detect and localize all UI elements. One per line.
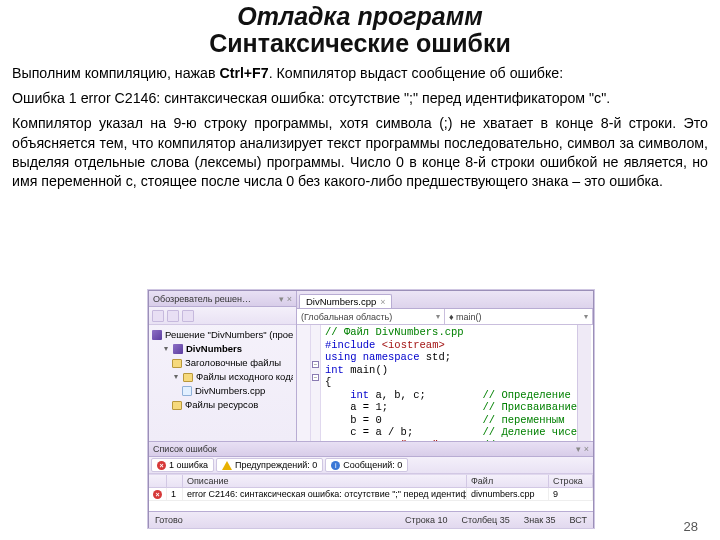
- toolbar-icon[interactable]: [152, 310, 164, 322]
- error-row-file: divnumbers.cpp: [467, 488, 549, 501]
- paragraph-3: Компилятор указал на 9-ю строку программ…: [12, 114, 708, 191]
- cpp-file-icon: [182, 386, 192, 396]
- info-icon: i: [331, 461, 340, 470]
- expand-icon[interactable]: ▾: [162, 342, 170, 356]
- folder-icon: [183, 373, 193, 382]
- code: // Файл DivNumbers.cpp: [325, 326, 464, 338]
- slide-title: Отладка программ Синтаксические ошибки: [0, 0, 720, 58]
- error-row-desc: error C2146: синтаксическая ошибка: отсу…: [183, 488, 467, 501]
- code: main(): [344, 364, 388, 376]
- code: // Вывод частно: [483, 439, 578, 442]
- code: #include: [325, 339, 375, 351]
- scope-combo-right[interactable]: ♦ main() ▾: [445, 309, 593, 324]
- body-text: Выполним компиляцию, нажав Ctrl+F7. Комп…: [0, 58, 720, 191]
- messages-filter-chip[interactable]: i Сообщений: 0: [325, 458, 408, 472]
- title-line2: Синтаксические ошибки: [0, 29, 720, 58]
- scope-right-label: main(): [456, 312, 482, 322]
- tree-label: Заголовочные файлы: [185, 356, 281, 370]
- scrollbar-vertical[interactable]: [577, 325, 591, 441]
- code: // Определение: [483, 389, 571, 401]
- collapse-box-icon[interactable]: −: [312, 361, 319, 368]
- code: int: [325, 364, 344, 376]
- error-list-toolbar: × 1 ошибка Предупреждений: 0 i Сообщений…: [149, 457, 593, 474]
- tree-label: DivNumbers.cpp: [195, 384, 265, 398]
- error-table-header: Описание Файл Строка: [149, 475, 593, 488]
- tree-label: Файлы исходного кода: [196, 370, 293, 384]
- code: a, b, c;: [369, 389, 426, 401]
- tree-solution-row[interactable]: Решение "DivNumbers" (проекто: [152, 328, 293, 342]
- scope-combo-left[interactable]: (Глобальная область) ▾: [297, 309, 445, 324]
- error-row-line: 9: [549, 488, 593, 501]
- col-file[interactable]: Файл: [467, 475, 549, 488]
- tab-label: DivNumbers.cpp: [306, 296, 376, 307]
- col-num[interactable]: [167, 475, 183, 488]
- chip-label: Сообщений: 0: [343, 460, 402, 470]
- error-row-num: 1: [167, 488, 183, 501]
- collapse-box-icon[interactable]: −: [312, 374, 319, 381]
- folder-icon: [172, 359, 182, 368]
- error-list-header: Список ошибок ▾ ×: [149, 442, 593, 457]
- warnings-filter-chip[interactable]: Предупреждений: 0: [216, 458, 323, 472]
- tab-strip: DivNumbers.cpp ×: [297, 291, 593, 309]
- chip-label: 1 ошибка: [169, 460, 208, 470]
- tree-resources-folder[interactable]: Файлы ресурсов: [152, 398, 293, 412]
- ide-window: Обозреватель решен… ▾ × Решение "DivNumb…: [148, 290, 594, 528]
- code: using namespace: [325, 351, 420, 363]
- error-row[interactable]: × 1 error C2146: синтаксическая ошибка: …: [149, 488, 593, 501]
- pin-icon[interactable]: ▾ ×: [279, 294, 292, 304]
- solution-explorer-title: Обозреватель решен…: [153, 294, 251, 304]
- chip-label: Предупреждений: 0: [235, 460, 317, 470]
- close-icon[interactable]: ×: [380, 297, 385, 307]
- status-bar: Готово Строка 10 Столбец 35 Знак 35 ВСТ: [149, 511, 593, 528]
- code: {: [325, 376, 331, 388]
- col-line[interactable]: Строка: [549, 475, 593, 488]
- scope-combos: (Глобальная область) ▾ ♦ main() ▾: [297, 309, 593, 325]
- status-insert: ВСТ: [570, 515, 587, 525]
- pin-icon[interactable]: ▾ ×: [576, 444, 589, 454]
- error-icon: ×: [153, 490, 162, 499]
- code: b = 0: [325, 414, 382, 426]
- solution-icon: [152, 330, 162, 340]
- code: c = a / b;: [325, 426, 413, 438]
- tree-sources-folder[interactable]: ▾ Файлы исходного кода: [152, 370, 293, 384]
- solution-tree: Решение "DivNumbers" (проекто ▾ DivNumbe…: [149, 325, 296, 412]
- p1-b: . Компилятор выдаст сообщение об ошибке:: [269, 65, 564, 81]
- chevron-down-icon: ▾: [436, 312, 440, 321]
- tree-file-row[interactable]: DivNumbers.cpp: [152, 384, 293, 398]
- tree-project-row[interactable]: ▾ DivNumbers: [152, 342, 293, 356]
- solution-explorer-panel: Обозреватель решен… ▾ × Решение "DivNumb…: [149, 291, 297, 441]
- status-col: Столбец 35: [461, 515, 509, 525]
- col-icon[interactable]: [149, 475, 167, 488]
- expand-icon[interactable]: ▾: [172, 370, 180, 384]
- solution-explorer-toolbar: [149, 307, 296, 325]
- editor-tab[interactable]: DivNumbers.cpp ×: [299, 294, 392, 308]
- paragraph-2: Ошибка 1 error C2146: синтаксическая оши…: [12, 89, 708, 108]
- breakpoint-gutter[interactable]: [297, 325, 311, 441]
- editor-panel: DivNumbers.cpp × (Глобальная область) ▾ …: [297, 291, 593, 441]
- code: // Присваивание: [483, 401, 578, 413]
- code: std;: [420, 351, 452, 363]
- toolbar-icon[interactable]: [167, 310, 179, 322]
- error-icon: ×: [157, 461, 166, 470]
- scope-left-label: (Глобальная область): [301, 312, 392, 322]
- errors-filter-chip[interactable]: × 1 ошибка: [151, 458, 214, 472]
- title-line1: Отладка программ: [0, 2, 720, 31]
- solution-explorer-header: Обозреватель решен… ▾ ×: [149, 291, 296, 307]
- tree-headers-folder[interactable]: Заголовочные файлы: [152, 356, 293, 370]
- code: "c = ": [401, 439, 439, 442]
- error-table: Описание Файл Строка × 1 error C2146: си…: [149, 474, 593, 511]
- tree-label: Решение "DivNumbers" (проекто: [165, 328, 293, 342]
- warning-icon: [222, 461, 232, 470]
- code: int: [325, 389, 369, 401]
- col-desc[interactable]: Описание: [183, 475, 467, 488]
- error-row-icon: ×: [149, 488, 167, 501]
- paragraph-1: Выполним компиляцию, нажав Ctrl+F7. Комп…: [12, 64, 708, 83]
- code: << c;: [438, 439, 476, 442]
- status-line: Строка 10: [405, 515, 447, 525]
- tree-label: DivNumbers: [186, 342, 242, 356]
- outline-gutter[interactable]: − −: [311, 325, 321, 441]
- toolbar-icon[interactable]: [182, 310, 194, 322]
- code-editor[interactable]: − − // Файл DivNumbers.cpp #include <ios…: [297, 325, 593, 441]
- kbd-shortcut: Ctrl+F7: [219, 65, 268, 81]
- p1-a: Выполним компиляцию, нажав: [12, 65, 219, 81]
